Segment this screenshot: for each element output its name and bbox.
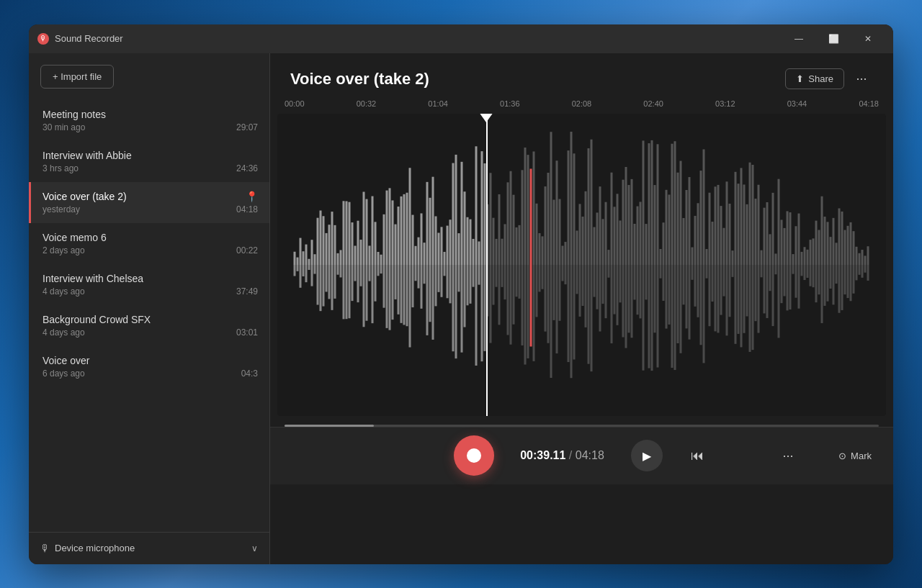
timeline-marker: 03:12	[715, 99, 735, 108]
timeline-marker: 04:18	[859, 99, 879, 108]
recording-list-item[interactable]: Interview with Chelsea 4 days ago 37:49	[29, 264, 269, 305]
recording-list-item[interactable]: Voice over (take 2) 📍 yesterday 04:18	[29, 182, 269, 223]
playhead-indicator	[479, 114, 493, 122]
recording-time-ago: 30 min ago	[42, 122, 85, 132]
play-icon: ▶	[643, 449, 651, 463]
app-title: Sound Recorder	[55, 33, 782, 44]
sidebar: + Import file Meeting notes 30 min ago 2…	[29, 53, 270, 564]
chevron-down-icon: ∨	[251, 543, 258, 553]
minimize-button[interactable]: —	[782, 27, 815, 50]
microphone-label: Device microphone	[55, 543, 247, 553]
timeline-marker: 02:40	[643, 99, 663, 108]
recordings-list: Meeting notes 30 min ago 29:07 Interview…	[29, 100, 269, 532]
current-time: 00:39.11	[520, 449, 565, 461]
controls-more-button[interactable]: ···	[776, 444, 800, 467]
ellipsis-icon: ···	[782, 448, 793, 463]
recording-duration: 00:22	[236, 245, 258, 255]
mark-button[interactable]: ⊙ Mark	[838, 451, 872, 461]
skip-back-button[interactable]: ⏮	[684, 443, 710, 469]
controls-bar: 00:39.11 / 04:18 ▶ ⏮ ··· ⊙ Mark	[270, 427, 893, 484]
share-label: Share	[808, 73, 833, 84]
record-button[interactable]	[454, 435, 494, 476]
time-separator: /	[565, 449, 575, 461]
window-controls: — ⬜ ✕	[782, 27, 885, 50]
recording-list-item[interactable]: Meeting notes 30 min ago 29:07	[29, 100, 269, 141]
recording-list-item[interactable]: Voice memo 6 2 days ago 00:22	[29, 223, 269, 264]
main-header: Voice over (take 2) ⬆ Share ···	[270, 53, 893, 99]
title-bar: 🎙 Sound Recorder — ⬜ ✕	[29, 24, 893, 53]
pin-icon: 📍	[246, 191, 258, 202]
recording-duration: 29:07	[236, 122, 258, 132]
recording-time-ago: 4 days ago	[42, 286, 85, 297]
waveform-area[interactable]	[277, 114, 886, 416]
header-actions: ⬆ Share ···	[785, 68, 873, 91]
recording-duration: 03:01	[236, 327, 258, 338]
share-button[interactable]: ⬆ Share	[785, 68, 844, 89]
app-window: 🎙 Sound Recorder — ⬜ ✕ + Import file Mee…	[29, 24, 893, 564]
mark-icon: ⊙	[838, 451, 846, 461]
app-icon: 🎙	[37, 33, 49, 45]
app-body: + Import file Meeting notes 30 min ago 2…	[29, 53, 893, 564]
total-time: 04:18	[576, 449, 604, 461]
recording-duration: 37:49	[236, 286, 258, 297]
timeline: 00:0000:3201:0401:3602:0802:4003:1203:44…	[270, 99, 893, 108]
import-file-button[interactable]: + Import file	[40, 65, 114, 89]
recording-list-item[interactable]: Background Crowd SFX 4 days ago 03:01	[29, 305, 269, 346]
recording-time-ago: 2 days ago	[42, 245, 85, 255]
time-display: 00:39.11 / 04:18	[516, 449, 609, 462]
record-icon	[467, 448, 481, 463]
recording-item-name: Background Crowd SFX	[42, 314, 151, 325]
playhead	[486, 114, 488, 416]
close-button[interactable]: ✕	[851, 27, 885, 50]
timeline-marker: 02:08	[572, 99, 592, 108]
share-icon: ⬆	[796, 73, 804, 84]
timeline-marker: 03:44	[787, 99, 807, 108]
microphone-selector[interactable]: 🎙 Device microphone ∨	[29, 532, 269, 564]
recording-time-ago: yesterday	[42, 204, 80, 214]
recording-item-name: Voice over	[42, 355, 89, 366]
recording-time-ago: 3 hrs ago	[42, 163, 79, 173]
recording-duration: 24:36	[236, 163, 258, 173]
recording-list-item[interactable]: Interview with Abbie 3 hrs ago 24:36	[29, 141, 269, 182]
microphone-icon: 🎙	[40, 543, 50, 554]
recording-item-name: Voice memo 6	[42, 232, 107, 243]
timeline-marker: 00:00	[285, 99, 305, 108]
recording-time-ago: 4 days ago	[42, 327, 85, 338]
mark-label: Mark	[851, 451, 872, 461]
maximize-button[interactable]: ⬜	[817, 27, 850, 50]
recording-time-ago: 6 days ago	[42, 368, 85, 379]
timeline-marker: 01:36	[500, 99, 520, 108]
recording-list-item[interactable]: Voice over 6 days ago 04:3	[29, 346, 269, 387]
recording-duration: 04:3	[241, 368, 258, 379]
main-content: Voice over (take 2) ⬆ Share ··· 00:0000:…	[270, 53, 893, 564]
recording-item-name: Interview with Abbie	[42, 150, 132, 161]
recording-item-name: Voice over (take 2)	[42, 191, 127, 202]
recording-item-name: Meeting notes	[42, 109, 106, 120]
timeline-marker: 00:32	[357, 99, 377, 108]
recording-title: Voice over (take 2)	[290, 70, 429, 89]
skip-back-icon: ⏮	[691, 448, 704, 463]
recording-duration: 04:18	[236, 204, 258, 214]
recording-item-name: Interview with Chelsea	[42, 273, 143, 284]
timeline-marker: 01:04	[428, 99, 448, 108]
more-options-button[interactable]: ···	[850, 68, 873, 91]
play-button[interactable]: ▶	[631, 440, 663, 471]
